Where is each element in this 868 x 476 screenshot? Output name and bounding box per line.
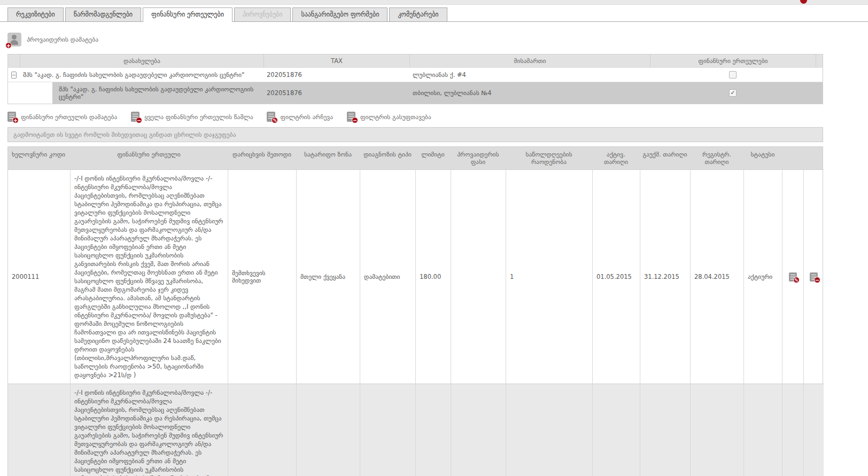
provider-table-header: დასახელება TAX მისამართი ფინანსური ერთეუ… [8, 54, 823, 67]
cell-zone: მთელი ქვეყანა [296, 384, 360, 476]
delete-all-units-button[interactable]: − ყველა ფინანსური ერთეულის წაშლა [131, 112, 253, 122]
cell-method: შემთხვევის მიხედვით [228, 169, 296, 384]
plus-badge-icon: + [12, 117, 19, 123]
tab-comments[interactable]: კომენტარები [389, 7, 447, 21]
col-header-name: დასახელება [20, 54, 264, 67]
col-header-register-date[interactable]: რეგისტრ. თარიღი [690, 147, 743, 169]
cell-bed-days: 1 [506, 169, 592, 384]
tab-financial-units[interactable]: ფინანსური ერთეულები [143, 7, 232, 22]
cell-status: აქტიური [743, 384, 782, 476]
cell-register-date: 28.04.2015 [690, 384, 743, 476]
col-header-fin-units: ფინანსური ერთეულები [650, 54, 816, 67]
tab-requisites[interactable]: რეკვიზიტები [7, 7, 64, 21]
col-header-bed-days[interactable]: საწოლდღეების რაოდენობა [506, 147, 592, 169]
col-header-status[interactable]: სტატუსი [743, 147, 782, 169]
cell-code: 2000111 [8, 384, 70, 476]
col-header-provider-price[interactable]: პროვაიდერის ფასი [451, 147, 506, 169]
pencil-badge-icon: ✎ [272, 117, 278, 123]
col-header-cancel-date[interactable]: გაუქმ. თარიღი [640, 147, 690, 169]
expand-column-header [8, 54, 20, 67]
document-edit-icon: ✎ [267, 112, 275, 122]
tab-persons: პიროვნებები [234, 7, 291, 21]
provider-tax: 202051876 [264, 82, 409, 104]
plus-badge-icon: + [5, 42, 12, 49]
cell-diagnosis-type: დამატებითი [360, 169, 415, 384]
fin-units-checkbox[interactable]: ✓ [729, 89, 737, 97]
fin-units-checkbox[interactable]: ✓ [729, 71, 737, 79]
tab-report-forms[interactable]: საანგარიშგებო ფორმები [292, 7, 387, 21]
screen: რეკვიზიტები წარმომადგენლები ფინანსური ერ… [0, 0, 868, 476]
cell-code: 2000111 [8, 169, 70, 384]
provider-table: დასახელება TAX მისამართი ფინანსური ერთეუ… [7, 54, 823, 104]
cell-bed-days: 1 [506, 384, 592, 476]
check-icon: ✓ [730, 90, 735, 96]
financial-units-table: ხელოვნური კოდი ფინანსური ერთეული დარიცხვ… [7, 146, 823, 476]
delete-row-button[interactable]: − [810, 272, 818, 282]
cell-limit: 180.00 [415, 169, 451, 384]
cell-diagnosis-type: ძირითადი [360, 384, 415, 476]
provider-subrow[interactable]: შპს "აკად. გ. ჩაფიძის სახელობის გადაუდებ… [8, 82, 823, 104]
minus-badge-icon: − [136, 117, 142, 123]
col-header-code[interactable]: ხელოვნური კოდი [8, 147, 70, 169]
document-add-icon: + [7, 112, 16, 122]
col-header-edit [782, 147, 803, 169]
add-provider-icon: + [7, 33, 21, 46]
tab-bar: რეკვიზიტები წარმომადგენლები ფინანსური ერ… [0, 5, 868, 22]
table-row: 2000111 -/-I დონის ინტენსიური მკურნალობა… [8, 384, 823, 476]
document-clear-icon: − [347, 112, 355, 122]
cell-unit: -/-I დონის ინტენსიური მკურნალობა/მოვლა -… [70, 169, 228, 384]
cell-unit: -/-I დონის ინტენსიური მკურნალობა/მოვლა -… [70, 384, 228, 476]
col-header-activation-date[interactable]: აქტივ. თარიღი [592, 147, 640, 169]
edit-row-button[interactable]: ✎ [789, 272, 797, 282]
cell-register-date: 28.04.2015 [690, 169, 743, 384]
col-header-unit[interactable]: ფინანსური ერთეული [70, 147, 228, 169]
cell-activation-date: 01.05.2015 [592, 169, 640, 384]
col-header-address: მისამართი [409, 54, 650, 67]
col-header-tax: TAX [264, 54, 409, 67]
cell-provider-price [451, 384, 506, 476]
document-remove-icon: − [131, 112, 140, 122]
col-header-zone[interactable]: სატარიფო ზონა [296, 147, 360, 169]
cell-status: აქტიური [743, 169, 782, 384]
provider-row[interactable]: − შპს "აკად. გ. ჩაფიძის სახელობის გადაუდ… [8, 67, 823, 82]
cell-activation-date: 01.05.2015 [592, 384, 640, 476]
provider-tax: 202051876 [264, 67, 409, 82]
cell-cancel-date: 31.12.2015 [640, 384, 690, 476]
provider-name: შპს "აკად. გ. ჩაფიძის სახელობის გადაუდებ… [20, 82, 264, 104]
notification-dot-icon[interactable] [800, 0, 807, 4]
add-provider-label: პროვაიდერის დამატება [27, 36, 98, 43]
cell-zone: მთელი ქვეყანა [296, 169, 360, 384]
add-financial-unit-button[interactable]: + ფინანსური ერთეულის დამატება [7, 112, 117, 122]
tab-representatives[interactable]: წარმომადგენლები [65, 7, 141, 21]
minus-badge-icon: − [814, 277, 820, 283]
cell-cancel-date: 31.12.2015 [640, 169, 690, 384]
tab-content: + პროვაიდერის დამატება დასახელება TAX მი… [0, 33, 868, 476]
top-strip [0, 0, 868, 5]
add-provider-button[interactable]: + პროვაიდერის დამატება [7, 33, 98, 46]
clear-filter-button[interactable]: − ფილტრის გასუფთავება [347, 112, 431, 122]
minus-badge-icon: − [352, 117, 358, 123]
financial-unit-toolbar: + ფინანსური ერთეულის დამატება − ყველა ფი… [7, 112, 868, 122]
col-header-limit[interactable]: ლიმიტი [415, 147, 451, 169]
table-row: 2000111 -/-I დონის ინტენსიური მკურნალობა… [8, 169, 823, 384]
cell-limit: 180.00 [415, 384, 451, 476]
provider-address: თბილისი, ლუბლიანას №4 [409, 82, 650, 104]
group-by-drop-zone[interactable]: გადმოიტანეთ ის სვეტი რომლის მიხედვითაც გ… [7, 127, 823, 142]
provider-name: შპს "აკად. გ. ჩაფიძის სახელობის გადაუდებ… [20, 67, 264, 82]
col-header-method[interactable]: დარიცხვის მეთოდი [228, 147, 296, 169]
choose-filter-button[interactable]: ✎ ფილტრის არჩევა [267, 112, 333, 122]
cell-provider-price [451, 169, 506, 384]
col-header-delete [803, 147, 824, 169]
col-header-diagnosis-type[interactable]: დიაგნოზის ტიპი [360, 147, 415, 169]
cell-method: შემთხვევის მიხედვით [228, 384, 296, 476]
financial-units-table-header: ხელოვნური კოდი ფინანსური ერთეული დარიცხვ… [8, 147, 823, 169]
provider-address: ლუბლიანას ქ. #4 [409, 67, 650, 82]
collapse-icon[interactable]: − [11, 72, 17, 79]
pencil-badge-icon: ✎ [793, 277, 800, 283]
